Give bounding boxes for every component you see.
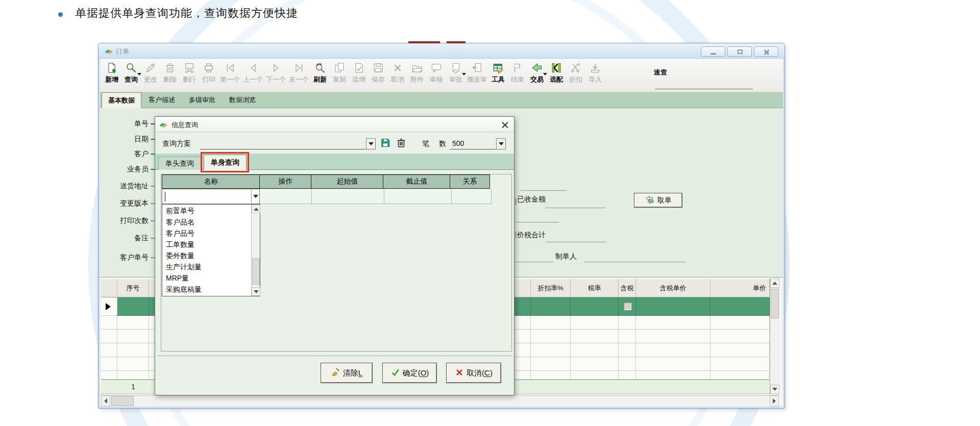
ok-button[interactable]: 确定(O)	[382, 363, 437, 383]
tab-header-query[interactable]: 单头查询	[158, 157, 201, 170]
toolbar-button-tools[interactable]: 工具	[488, 61, 508, 84]
list-scrollbar[interactable]	[251, 205, 260, 296]
toolbar-button-approve[interactable]: 审批	[446, 61, 465, 84]
tax-included-checkbox[interactable]	[624, 303, 631, 310]
tax-total-input[interactable]	[546, 242, 606, 242]
horizontal-scrollbar[interactable]	[101, 395, 779, 406]
toolbar-button-select-config[interactable]: 选配	[547, 61, 566, 84]
table-cell	[619, 330, 636, 343]
bullet-icon	[58, 12, 63, 17]
received-amount-input[interactable]	[545, 208, 606, 208]
table-cell	[117, 316, 149, 330]
minimize-button[interactable]	[701, 46, 725, 57]
query-grid-header: 操作	[259, 174, 312, 189]
creator-input[interactable]	[584, 262, 685, 262]
field-option[interactable]: 客户品名	[163, 217, 251, 228]
tab-data-browse[interactable]: 数据浏览	[223, 92, 262, 108]
toolbar-button-prev[interactable]: 上一个	[241, 61, 264, 84]
query-plan-input[interactable]	[200, 149, 365, 149]
toolbar-button-delete-row[interactable]: 删行	[180, 61, 199, 84]
header-label: 折扣率%	[537, 284, 564, 293]
selected-row-cell	[636, 297, 710, 316]
tab-basic-data[interactable]: 基本数据	[102, 92, 141, 108]
count-input[interactable]	[450, 149, 496, 149]
toolbar-button-save[interactable]: 保存	[369, 61, 388, 84]
scroll-down-button[interactable]	[770, 385, 779, 394]
count-dropdown-button[interactable]	[496, 138, 506, 149]
field-option[interactable]: 生产计划量	[163, 262, 251, 273]
scrollbar-thumb[interactable]	[111, 396, 134, 406]
toolbar-button-query[interactable]: 查询	[121, 61, 141, 84]
field-name-combo-input[interactable]	[162, 189, 260, 204]
field-option[interactable]: 前置单号	[163, 206, 251, 217]
toolbar-button-withdraw-review[interactable]: 撤送审	[465, 61, 488, 84]
field-option[interactable]: 客户品号	[163, 228, 251, 239]
window-titlebar[interactable]: 订单	[99, 43, 785, 59]
header-label: 名称	[204, 177, 218, 186]
toolbar-button-first[interactable]: 第一个	[218, 61, 241, 84]
toolbar-button-label: 撤送审	[467, 75, 487, 84]
tab-customer-desc[interactable]: 客户描述	[142, 92, 182, 108]
tab-label: 客户描述	[149, 96, 175, 104]
toolbar-button-copy[interactable]: 复制	[330, 61, 349, 84]
toolbar-button-next[interactable]: 下一个	[264, 61, 287, 84]
toolbar-button-import[interactable]: 导入	[585, 61, 605, 84]
cancel-button[interactable]: 取消(C)	[446, 363, 501, 383]
toolbar-button-edit[interactable]: 更改	[141, 61, 160, 84]
scrollbar-thumb[interactable]	[771, 289, 779, 318]
header-label: 起始值	[337, 177, 358, 186]
toolbar-button-new[interactable]: 新增	[102, 61, 121, 84]
dialog-close-button[interactable]	[499, 119, 510, 131]
toolbar-button-discount[interactable]: 折扣	[566, 61, 585, 84]
field-name-dropdown-button[interactable]	[251, 190, 259, 203]
clear-button[interactable]: 清除L	[321, 363, 373, 383]
field-label-customer-order-no: 客户单号	[105, 253, 149, 262]
toolbar-button-cancel[interactable]: 取消	[388, 61, 407, 84]
field-option[interactable]: 委外数量	[163, 250, 251, 262]
query-grid-cell[interactable]	[260, 189, 312, 204]
text-caret	[165, 192, 165, 202]
vertical-scrollbar[interactable]	[770, 279, 779, 394]
trade-icon	[531, 61, 543, 75]
toolbar-button-print[interactable]: 打印	[199, 61, 218, 84]
scroll-up-button[interactable]	[770, 279, 779, 288]
take-order-button[interactable]: 取单	[634, 193, 682, 208]
scroll-right-button[interactable]	[770, 395, 779, 407]
query-grid-cell[interactable]	[452, 189, 492, 204]
field-option[interactable]: 采购底稿量	[163, 284, 251, 295]
table-cell	[571, 330, 619, 343]
toolbar-button-delete[interactable]: 删除	[160, 61, 180, 84]
close-button[interactable]	[754, 46, 778, 57]
toolbar-button-review[interactable]: 审核	[427, 61, 446, 84]
toolbar-button-copy-add[interactable]: 连增	[349, 61, 369, 84]
scroll-left-button[interactable]	[101, 395, 110, 407]
delete-plan-icon[interactable]	[396, 138, 406, 150]
maximize-button[interactable]	[727, 46, 752, 57]
hidden-field-line[interactable]	[516, 222, 559, 222]
hidden-field-line[interactable]	[516, 262, 554, 262]
field-option[interactable]: MRP量	[163, 273, 251, 284]
field-option[interactable]: 工单数量	[163, 239, 251, 250]
save-plan-icon[interactable]	[380, 138, 390, 150]
toolbar-button-last[interactable]: 末一个	[287, 61, 310, 84]
hidden-field-line[interactable]	[521, 190, 567, 191]
toolbar-button-refresh[interactable]: 刷新	[310, 61, 330, 84]
scrollbar-thumb[interactable]	[252, 258, 260, 285]
withdraw-review-icon	[472, 61, 483, 75]
delete-icon	[164, 61, 176, 75]
query-grid-cell[interactable]	[312, 189, 384, 204]
dialog-titlebar[interactable]: 信息查询	[155, 117, 514, 132]
toolbar-button-trade[interactable]: 交易	[527, 61, 547, 84]
scroll-up-button[interactable]	[252, 205, 260, 213]
quick-search-input[interactable]	[655, 89, 753, 89]
scroll-down-button[interactable]	[252, 287, 260, 296]
delete-row-icon	[184, 61, 195, 75]
toolbar-button-attachment[interactable]: 附件	[407, 61, 427, 84]
tab-multi-level-approval[interactable]: 多级审批	[182, 92, 222, 108]
table-cell	[619, 357, 636, 371]
query-plan-dropdown-button[interactable]	[366, 138, 376, 149]
maximize-icon	[738, 49, 743, 54]
toolbar-button-label: 连增	[352, 75, 365, 84]
query-grid-cell[interactable]	[384, 189, 452, 204]
toolbar-button-finish[interactable]: 结束	[508, 61, 527, 84]
